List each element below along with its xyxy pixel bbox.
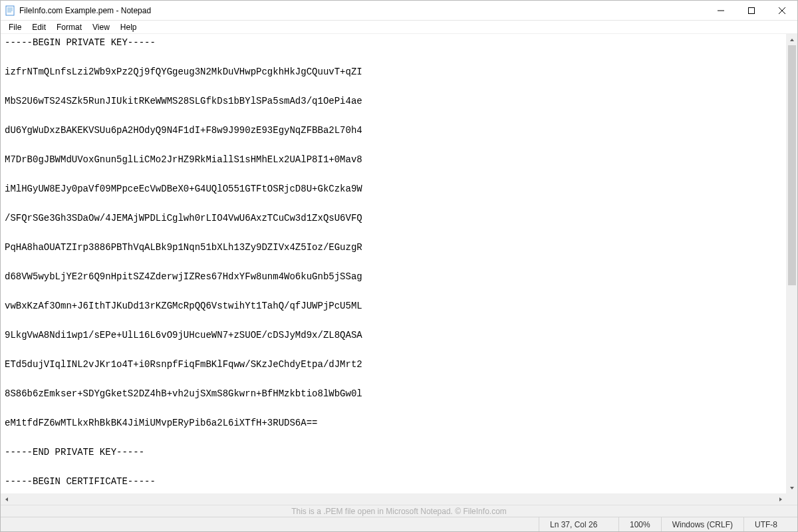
menu-format[interactable]: Format: [51, 21, 87, 33]
close-button[interactable]: [767, 1, 797, 21]
maximize-button[interactable]: [736, 1, 767, 21]
menu-help[interactable]: Help: [115, 21, 142, 33]
vertical-scrollbar[interactable]: [786, 34, 797, 493]
minimize-button[interactable]: [706, 1, 736, 21]
text-editor[interactable]: -----BEGIN PRIVATE KEY----- izfrNTmQLnfs…: [1, 34, 786, 493]
horizontal-scrollbar[interactable]: [1, 493, 797, 505]
menu-bar: File Edit Format View Help: [1, 21, 797, 34]
minimize-icon: [718, 7, 724, 14]
status-encoding: UTF-8: [744, 517, 797, 531]
svg-marker-11: [5, 497, 8, 501]
status-zoom: 100%: [619, 517, 662, 531]
maximize-icon: [748, 7, 755, 14]
close-icon: [779, 7, 785, 14]
status-cursor-position: Ln 37, Col 26: [539, 517, 619, 531]
scroll-down-arrow[interactable]: [787, 482, 797, 493]
status-bar: Ln 37, Col 26 100% Windows (CRLF) UTF-8: [1, 517, 797, 531]
svg-marker-10: [790, 487, 794, 489]
scrollbar-corner: [786, 493, 797, 505]
svg-marker-9: [790, 39, 794, 41]
notepad-icon: [5, 5, 15, 16]
svg-rect-6: [749, 7, 755, 13]
status-line-ending: Windows (CRLF): [662, 517, 744, 531]
scroll-right-arrow[interactable]: [775, 493, 786, 505]
title-bar: FileInfo.com Example.pem - Notepad: [1, 1, 797, 21]
horizontal-scroll-track[interactable]: [12, 493, 775, 505]
scroll-left-arrow[interactable]: [1, 493, 12, 505]
editor-wrap: -----BEGIN PRIVATE KEY----- izfrNTmQLnfs…: [1, 34, 797, 493]
status-spacer: [1, 517, 539, 531]
vertical-scroll-track[interactable]: [787, 45, 797, 482]
window-title: FileInfo.com Example.pem - Notepad: [19, 6, 151, 15]
vertical-scroll-thumb[interactable]: [788, 45, 796, 285]
footer-caption: This is a .PEM file open in Microsoft No…: [1, 505, 797, 517]
menu-edit[interactable]: Edit: [27, 21, 51, 33]
menu-view[interactable]: View: [87, 21, 115, 33]
svg-marker-12: [779, 497, 782, 501]
scroll-up-arrow[interactable]: [787, 34, 797, 45]
menu-file[interactable]: File: [3, 21, 27, 33]
